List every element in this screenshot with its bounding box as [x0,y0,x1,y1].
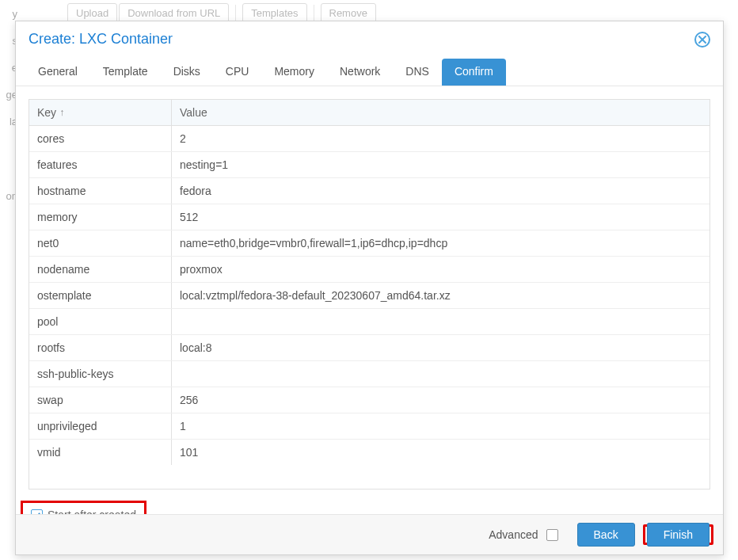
header-key-label: Key [37,106,56,119]
cell-key: ssh-public-keys [29,361,172,387]
create-lxc-modal: Create: LXC Container General Template D… [15,21,724,555]
cell-key: cores [29,126,172,151]
modal-body: Key ↑ Value cores2featuresnesting=1hostn… [16,86,723,502]
cell-key: rootfs [29,335,172,360]
cell-key: memory [29,204,172,230]
advanced-checkbox[interactable] [546,529,558,541]
bg-upload-button[interactable]: Upload [67,3,117,23]
cell-key: nodename [29,257,172,282]
modal-title: Create: LXC Container [29,31,173,48]
tab-general[interactable]: General [25,59,90,86]
cell-value: nesting=1 [172,152,709,177]
cell-value: 1 [172,413,709,439]
tab-network[interactable]: Network [327,59,393,86]
table-row[interactable]: vmid101 [29,440,709,465]
cell-key: features [29,152,172,177]
back-button[interactable]: Back [577,523,635,547]
finish-button[interactable]: Finish [647,523,709,547]
header-value-label: Value [180,106,207,119]
modal-footer: Advanced Back Finish [16,514,723,554]
tab-disks[interactable]: Disks [161,59,213,86]
table-row[interactable]: rootfslocal:8 [29,335,709,361]
cell-value: 256 [172,387,709,413]
cell-key: hostname [29,178,172,204]
header-key[interactable]: Key ↑ [29,100,172,125]
toolbar-separator [314,5,314,21]
table-row[interactable]: pool [29,309,709,335]
tab-memory[interactable]: Memory [261,59,327,86]
cell-value [172,309,709,334]
summary-grid: Key ↑ Value cores2featuresnesting=1hostn… [29,99,710,490]
table-row[interactable]: ostemplatelocal:vztmpl/fedora-38-default… [29,283,709,309]
table-row[interactable]: net0name=eth0,bridge=vmbr0,firewall=1,ip… [29,230,709,257]
tab-cpu[interactable]: CPU [213,59,262,86]
cell-value: 512 [172,204,709,230]
sort-asc-icon: ↑ [59,107,64,118]
table-row[interactable]: featuresnesting=1 [29,152,709,178]
finish-button-highlight: Finish [643,524,713,545]
grid-empty-space [29,465,709,489]
table-row[interactable]: swap256 [29,387,709,413]
toolbar-separator [235,5,236,21]
cell-value: local:8 [172,335,709,360]
table-row[interactable]: unprivileged1 [29,413,709,440]
tab-dns[interactable]: DNS [393,59,442,86]
tab-template[interactable]: Template [90,59,161,86]
table-row[interactable]: ssh-public-keys [29,361,709,387]
cell-value: 2 [172,126,709,151]
advanced-label: Advanced [489,528,538,541]
close-icon[interactable] [694,32,710,48]
cell-value: name=eth0,bridge=vmbr0,firewall=1,ip6=dh… [172,230,709,256]
cell-key: ostemplate [29,283,172,308]
grid-header: Key ↑ Value [29,100,709,126]
cell-value: fedora [172,178,709,204]
cell-key: swap [29,387,172,413]
table-row[interactable]: memory512 [29,204,709,230]
cell-key: pool [29,309,172,334]
tab-confirm[interactable]: Confirm [442,59,506,86]
table-row[interactable]: cores2 [29,126,709,152]
table-row[interactable]: nodenameproxmox [29,257,709,283]
cell-value: 101 [172,440,709,465]
cell-key: net0 [29,230,172,256]
cell-key: unprivileged [29,413,172,439]
bg-toolbar: Upload Download from URL Templates Remov… [67,0,376,22]
cell-key: vmid [29,440,172,465]
modal-header: Create: LXC Container [16,21,723,51]
bg-download-button[interactable]: Download from URL [119,3,229,23]
bg-templates-button[interactable]: Templates [242,3,306,23]
cell-value: local:vztmpl/fedora-38-default_20230607_… [172,283,709,308]
bg-remove-button[interactable]: Remove [321,3,376,23]
cell-value: proxmox [172,257,709,282]
header-value[interactable]: Value [172,100,709,125]
table-row[interactable]: hostnamefedora [29,178,709,204]
cell-value [172,361,709,387]
wizard-tab-strip: General Template Disks CPU Memory Networ… [16,51,723,86]
grid-rows: cores2featuresnesting=1hostnamefedoramem… [29,126,709,465]
